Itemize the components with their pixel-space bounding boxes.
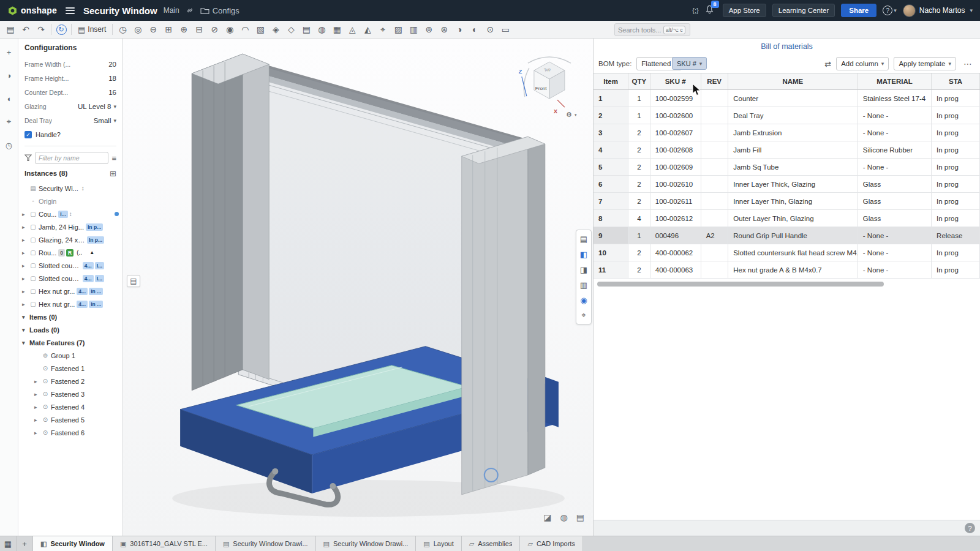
tool-icon[interactable]: ◐ xyxy=(467,23,482,37)
column-header[interactable]: SKU # xyxy=(650,73,701,89)
tool-icon[interactable]: ◇ xyxy=(284,23,298,37)
tool-icon[interactable]: ◍ xyxy=(314,23,329,37)
mate-feature-fastened-2[interactable]: ⊙ Fastened 2 xyxy=(18,375,123,388)
tool-icon[interactable]: ▥ xyxy=(406,23,421,37)
cell-state[interactable]: In prog xyxy=(932,193,980,210)
cell-qty[interactable]: 1 xyxy=(628,227,650,244)
column-header[interactable]: MATERIAL xyxy=(858,73,932,89)
chevron-right-icon[interactable] xyxy=(22,211,29,217)
config-select-dropdown[interactable]: Small ▾ xyxy=(94,117,116,124)
tool-icon[interactable]: ◎ xyxy=(130,23,145,37)
notifications-button[interactable]: 8 xyxy=(705,5,714,16)
tree-item-hex-nut-2[interactable]: ▢ Hex nut gr... 4...In ... ↕ ▲ xyxy=(18,298,123,310)
tool-icon[interactable]: ◭ xyxy=(360,23,375,37)
cell-name[interactable]: Inner Layer Thin, Glazing xyxy=(728,193,858,210)
mate-feature-fastened-3[interactable]: ⊙ Fastened 3 xyxy=(18,388,123,400)
viewport-option-icon[interactable]: ▤ xyxy=(576,512,584,522)
cell-name[interactable]: Counter xyxy=(728,90,858,107)
column-header[interactable]: STA xyxy=(932,73,980,89)
cell-rev[interactable] xyxy=(701,210,729,227)
tool-icon[interactable]: ▧ xyxy=(253,23,268,37)
tool-icon[interactable]: ◠ xyxy=(238,23,252,37)
cell-name[interactable]: Slotted countersunk flat head screw M4..… xyxy=(728,244,858,261)
chevron-right-icon[interactable] xyxy=(22,276,29,282)
chevron-right-icon[interactable] xyxy=(34,417,41,423)
view-cube[interactable]: Top Front Z X ⚙ ▾ xyxy=(519,57,577,118)
cell-rev[interactable] xyxy=(701,159,729,176)
bom-more-menu[interactable]: ⋯ xyxy=(961,59,975,69)
cell-state[interactable]: In prog xyxy=(932,107,980,124)
view-tool-icon[interactable]: ◉ xyxy=(577,293,590,307)
rail-icon[interactable]: ◖ xyxy=(3,92,15,105)
config-value-input[interactable]: 20 xyxy=(108,61,116,68)
feature-list-toggle-icon[interactable]: ▤ xyxy=(3,23,18,37)
cell-item[interactable]: 11 xyxy=(594,261,628,279)
cell-sku[interactable]: 000496 xyxy=(650,227,701,244)
cell-qty[interactable]: 2 xyxy=(628,124,650,141)
cell-rev[interactable] xyxy=(701,141,729,159)
chevron-right-icon[interactable] xyxy=(34,404,41,410)
mate-features-section-header[interactable]: Mate Features (7) xyxy=(18,336,123,349)
chevron-right-icon[interactable] xyxy=(22,237,29,243)
cell-qty[interactable]: 2 xyxy=(628,159,650,176)
cell-name[interactable]: Outer Layer Thin, Glazing xyxy=(728,210,858,227)
rail-icon[interactable]: + xyxy=(3,46,15,58)
undo-button[interactable]: ↶ xyxy=(18,23,33,37)
checkbox-checked-icon[interactable]: ✓ xyxy=(24,131,32,138)
mate-connector-icon[interactable]: ↕ xyxy=(81,185,85,192)
cell-item[interactable]: 2 xyxy=(594,107,628,124)
view-tool-icon[interactable]: ▤ xyxy=(577,232,590,246)
cell-state[interactable]: In prog xyxy=(932,244,980,261)
config-select-dropdown[interactable]: UL Level 8 ▾ xyxy=(78,103,116,110)
tab-manager-button[interactable]: ▦ xyxy=(0,536,17,551)
table-row[interactable]: 3 2 100-002607 Jamb Extrusion - None - I… xyxy=(594,124,980,141)
cell-sku[interactable]: 100-002607 xyxy=(650,124,701,141)
cell-rev[interactable] xyxy=(701,107,729,124)
cell-state[interactable]: In prog xyxy=(932,90,980,107)
view-tool-icon[interactable]: ▥ xyxy=(577,278,590,291)
tab-assemblies[interactable]: ▱ Assemblies xyxy=(462,536,521,551)
app-store-button[interactable]: App Store xyxy=(723,4,766,17)
tree-item-origin[interactable]: ◦ Origin ↕ ▲ xyxy=(18,195,123,208)
tab-3016t140[interactable]: ▣ 3016T140_GALV STL E... xyxy=(113,536,216,551)
cell-material[interactable]: - None - xyxy=(858,244,932,261)
cell-material[interactable]: - None - xyxy=(858,124,932,141)
column-header[interactable]: REV xyxy=(701,73,728,89)
tool-icon[interactable]: ⊚ xyxy=(421,23,436,37)
cell-material[interactable]: Stainless Steel 17-4 xyxy=(858,90,932,107)
scrollbar-thumb[interactable] xyxy=(597,282,884,287)
view-tool-icon[interactable]: ◨ xyxy=(577,263,590,276)
cell-state[interactable]: In prog xyxy=(932,176,980,193)
chevron-right-icon[interactable] xyxy=(34,378,41,384)
cell-qty[interactable]: 2 xyxy=(628,141,650,159)
cell-qty[interactable]: 2 xyxy=(628,176,650,193)
insert-button[interactable]: ▤ Insert xyxy=(74,23,110,37)
mate-connector-icon[interactable]: ↕ xyxy=(69,211,72,217)
sku-column-tooltip[interactable]: SKU # ▾ xyxy=(672,57,707,70)
3d-viewport[interactable]: Top Front Z X ⚙ ▾ ▤ ▤◧◨▥◉⌖ ◪◍▤ xyxy=(123,39,593,536)
new-tab-button[interactable]: + xyxy=(17,536,33,551)
column-header[interactable]: QTY xyxy=(628,73,650,89)
cell-material[interactable]: Glass xyxy=(858,176,932,193)
mate-feature-fastened-1[interactable]: ⊙ Fastened 1 xyxy=(18,362,123,375)
tool-icon[interactable]: ⊘ xyxy=(207,23,222,37)
rail-icon[interactable]: ⌖ xyxy=(3,116,15,128)
cell-state[interactable]: In prog xyxy=(932,141,980,159)
tree-item-glazing[interactable]: ▢ Glazing, 24 x 2... In p... ↕ ▲ xyxy=(18,233,123,246)
table-row[interactable]: 6 2 100-002610 Inner Layer Thick, Glazin… xyxy=(594,176,980,193)
cell-qty[interactable]: 2 xyxy=(628,261,650,279)
cell-qty[interactable]: 1 xyxy=(628,90,650,107)
cell-rev[interactable] xyxy=(701,244,729,261)
cell-name[interactable]: Jamb Sq Tube xyxy=(728,159,858,176)
cell-sku[interactable]: 100-002608 xyxy=(650,141,701,159)
mate-feature-group-1[interactable]: ⊚ Group 1 xyxy=(18,349,123,362)
share-button[interactable]: Share xyxy=(841,4,876,17)
table-row[interactable]: 10 2 400-000062 Slotted countersunk flat… xyxy=(594,244,980,261)
cell-item[interactable]: 7 xyxy=(594,193,628,210)
list-view-icon[interactable]: ≡ xyxy=(111,154,116,163)
apply-template-dropdown[interactable]: Apply template ▾ xyxy=(894,57,956,70)
view-tool-icon[interactable]: ⌖ xyxy=(577,309,590,322)
branch-label[interactable]: Main xyxy=(164,6,179,15)
rail-icon[interactable]: ◑ xyxy=(3,69,15,81)
chevron-right-icon[interactable] xyxy=(22,288,29,294)
